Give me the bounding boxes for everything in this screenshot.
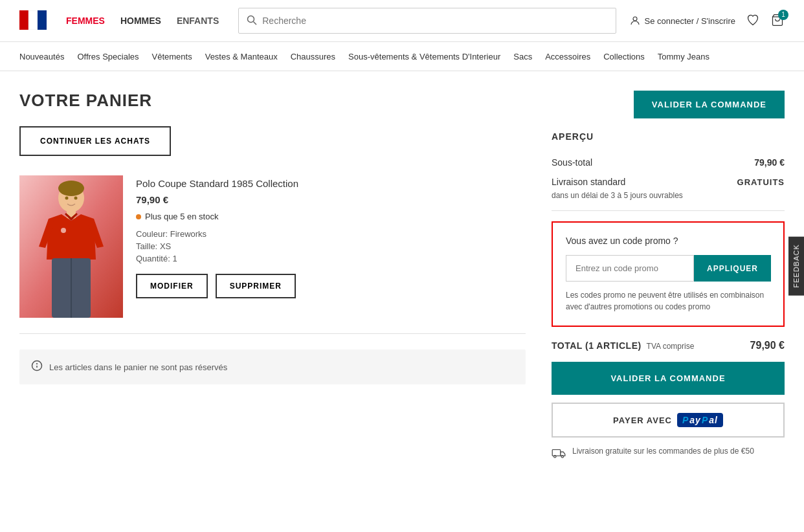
validate-command-top-button[interactable]: VALIDER LA COMMANDE (634, 91, 785, 118)
nav-tommy-jeans[interactable]: Tommy Jeans (658, 52, 709, 61)
notice-text: Les articles dans le panier ne sont pas … (49, 362, 227, 372)
cart-count-badge: 1 (778, 10, 788, 20)
delivery-note: dans un délai de 3 à 5 jours ouvrables (552, 191, 785, 200)
promo-note: Les codes promo ne peuvent être utilisés… (566, 289, 770, 313)
paypal-logo-icon: PayPal (677, 413, 723, 427)
paypal-button[interactable]: PAYER AVEC PayPal (552, 403, 785, 438)
svg-point-20 (553, 456, 556, 458)
nav-vetements[interactable]: Vêtements (152, 52, 192, 61)
product-size: Taille: XS (136, 241, 526, 251)
product-image (19, 175, 123, 318)
nav-collections[interactable]: Collections (603, 52, 645, 61)
truck-icon (552, 448, 566, 461)
search-bar[interactable] (238, 8, 616, 34)
cart-item: Polo Coupe Standard 1985 Collection 79,9… (19, 175, 526, 334)
header: FEMMES HOMMES ENFANTS Se connecter / S'i… (0, 0, 804, 42)
order-summary: VALIDER LA COMMANDE APERÇU Sous-total 79… (552, 91, 785, 461)
nav-enfants[interactable]: ENFANTS (177, 16, 219, 26)
total-tax: TVA comprise (647, 342, 695, 351)
validate-command-button[interactable]: VALIDER LA COMMANDE (552, 362, 785, 395)
product-color: Couleur: Fireworks (136, 229, 526, 239)
stock-dot (136, 214, 141, 219)
promo-input[interactable] (566, 255, 694, 282)
paypal-prefix: PAYER AVEC (613, 416, 672, 425)
delivery-row: Livraison standard GRATUITS (552, 177, 785, 187)
feedback-button[interactable]: FEEDBACK (788, 236, 804, 295)
total-value: 79,90 € (750, 340, 785, 351)
stock-info: Plus que 5 en stock (136, 212, 526, 221)
product-name: Polo Coupe Standard 1985 Collection (136, 178, 526, 189)
search-icon (247, 15, 257, 27)
delivery-free-info: Livraison gratuite sur les commandes de … (552, 447, 785, 461)
subtotal-label: Sous-total (552, 157, 592, 168)
delivery-free-text: Livraison gratuite sur les commandes de … (572, 447, 754, 456)
divider (552, 210, 785, 211)
delete-button[interactable]: SUPPRIMER (216, 274, 296, 298)
cart-section: VOTRE PANIER CONTINUER LES ACHATS (19, 91, 526, 461)
svg-point-5 (633, 17, 637, 21)
svg-rect-0 (19, 10, 28, 30)
product-qty: Quantité: 1 (136, 254, 526, 263)
subtotal-row: Sous-total 79,90 € (552, 157, 785, 168)
continue-shopping-button[interactable]: CONTINUER LES ACHATS (19, 126, 171, 156)
nav-accessoires[interactable]: Accessoires (545, 52, 590, 61)
svg-rect-1 (28, 10, 38, 30)
sign-in-label: Se connecter / S'inscrire (645, 16, 736, 26)
header-right: Se connecter / S'inscrire 1 (629, 14, 785, 28)
search-input[interactable] (262, 16, 607, 26)
summary-title: APERÇU (552, 131, 785, 142)
nav-femmes[interactable]: FEMMES (66, 16, 105, 26)
promo-code-box: Vous avez un code promo ? APPLIQUER Les … (552, 221, 785, 327)
svg-rect-2 (38, 10, 47, 30)
main-content: VOTRE PANIER CONTINUER LES ACHATS (0, 71, 804, 481)
subtotal-value: 79,90 € (754, 157, 785, 168)
cart-item-details: Polo Coupe Standard 1985 Collection 79,9… (136, 175, 526, 318)
sign-in-button[interactable]: Se connecter / S'inscrire (629, 15, 736, 27)
nav-chaussures[interactable]: Chaussures (291, 52, 335, 61)
secondary-nav: Nouveautés Offres Speciales Vêtements Ve… (0, 42, 804, 71)
promo-input-row: APPLIQUER (566, 255, 770, 282)
nav-nouveautes[interactable]: Nouveautés (19, 52, 64, 61)
stock-text: Plus que 5 en stock (145, 212, 218, 221)
nav-sous-vetements[interactable]: Sous-vêtements & Vêtements D'Interieur (348, 52, 500, 61)
nav-hommes[interactable]: HOMMES (120, 16, 161, 26)
modify-button[interactable]: MODIFIER (136, 274, 208, 298)
logo[interactable] (19, 10, 47, 32)
cart-button[interactable]: 1 (770, 14, 785, 28)
total-label: TOTAL (1 ARTICLE) TVA comprise (552, 340, 694, 351)
svg-point-3 (248, 16, 254, 22)
product-price: 79,90 € (136, 194, 526, 205)
nav-sacs[interactable]: Sacs (513, 52, 532, 61)
wishlist-button[interactable] (746, 14, 760, 28)
promo-apply-button[interactable]: APPLIQUER (694, 255, 771, 282)
nav-offres[interactable]: Offres Speciales (77, 52, 139, 61)
svg-point-15 (61, 228, 66, 233)
svg-point-13 (65, 197, 69, 200)
nav-vestes[interactable]: Vestes & Manteaux (205, 52, 278, 61)
svg-point-9 (58, 181, 84, 196)
cart-notice: Les articles dans le panier ne sont pas … (19, 349, 526, 384)
svg-line-4 (254, 21, 257, 25)
item-actions: MODIFIER SUPPRIMER (136, 274, 526, 298)
info-icon (31, 360, 43, 374)
delivery-value: GRATUITS (737, 177, 785, 187)
svg-rect-19 (552, 450, 560, 456)
delivery-label: Livraison standard (552, 177, 625, 187)
svg-point-21 (561, 456, 564, 458)
total-row: TOTAL (1 ARTICLE) TVA comprise 79,90 € (552, 340, 785, 351)
main-nav: FEMMES HOMMES ENFANTS (66, 16, 219, 26)
page-title: VOTRE PANIER (19, 91, 526, 111)
svg-point-14 (74, 197, 78, 200)
promo-question: Vous avez un code promo ? (566, 236, 770, 246)
